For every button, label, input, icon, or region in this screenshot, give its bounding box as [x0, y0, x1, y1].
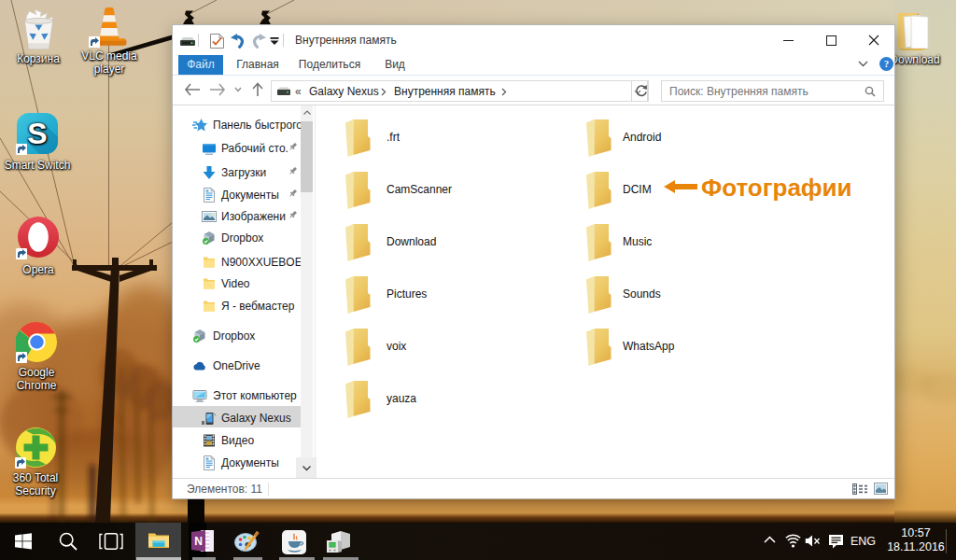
svg-text:N: N [194, 535, 203, 548]
svg-text:S: S [27, 117, 47, 150]
svg-text:?: ? [884, 59, 889, 69]
